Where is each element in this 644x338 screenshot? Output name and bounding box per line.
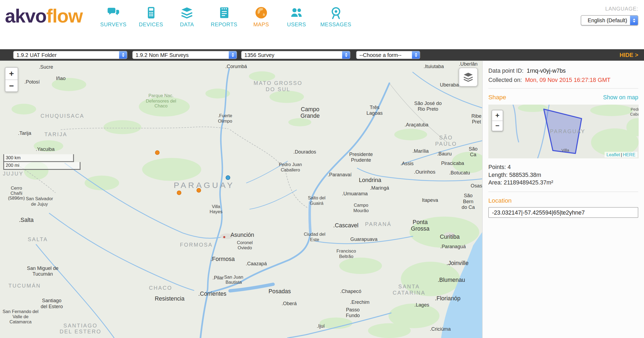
nav-item-surveys[interactable]: SURVEYS [100,5,127,27]
nav-item-label: DEVICES [139,21,163,28]
length-value: 588535.38m [509,171,541,178]
minimap-zoom-out-button[interactable]: − [492,121,503,131]
language-selected-value: English (Default) [581,17,630,24]
select-arrows-icon [630,15,638,25]
map-zoom-control: + − [5,67,18,92]
main-map[interactable]: .Sucre.PotosíIñaoCHUQUISACA.CorumbáMATO … [0,61,482,338]
datapoint-id-value: 1rnq-v0yj-w7bs [527,67,566,74]
divider [488,88,638,89]
layers-icon [462,71,474,83]
survey-select-value: 1356 Survey [242,52,342,58]
messages-icon [329,5,343,20]
nav-item-label: MESSAGES [320,21,351,28]
show-on-map-link[interactable]: Show on map [603,94,638,100]
area-row: Area:21189489425.37m² [488,179,638,187]
length-label: Length: [488,171,508,178]
surveys-icon [106,5,120,20]
nav-item-maps[interactable]: MAPS [250,5,273,27]
survey-group-select[interactable]: 1.9.2 Non MF Surveys [132,51,237,59]
select-arrows-icon [412,51,420,59]
map-attribution: Leaflet|HERE [604,152,637,157]
form-select[interactable]: --Choose a form-- [356,51,420,59]
devices-icon [144,5,158,20]
collected-on-label: Collected on: [488,77,522,83]
map-marker-selected[interactable] [226,175,230,180]
datapoint-details-panel: Data point ID: 1rnq-v0yj-w7bs Collected … [482,61,644,338]
map-terrain [0,61,482,338]
zoom-in-button[interactable]: + [5,68,18,80]
select-arrows-icon [229,51,237,59]
logo-akvo: akvo [5,5,46,27]
map-marker-orange[interactable] [177,190,181,195]
header: akvoflow SURVEYS DEVICES DATA [0,0,644,49]
reports-icon [217,5,231,20]
nav-item-label: MAPS [253,21,269,28]
survey-selection-toolbar: 1.9.2 UAT Folder 1.9.2 Non MF Surveys 13… [0,49,644,60]
nav-item-label: USERS [287,21,306,28]
here-link[interactable]: HERE [623,152,635,157]
survey-group-select-value: 1.9.2 Non MF Surveys [133,52,229,58]
language-label: LANGUAGE: [581,6,638,12]
scale-km: 300 km [3,154,74,162]
area-label: Area: [488,179,502,186]
location-value-box[interactable]: -23.032147|-57.425594|65|te2yhne7 [488,207,638,218]
scale-mi: 200 mi [3,162,80,170]
minimap-terrain [488,105,639,158]
language-block: LANGUAGE: English (Default) [581,6,638,25]
select-arrows-icon [119,51,127,59]
main-nav: SURVEYS DEVICES DATA REPORTS [100,5,351,27]
nav-item-label: REPORTS [211,21,237,28]
shape-section-header: Shape Show on map [488,94,638,101]
minimap-zoom-control: + − [492,110,503,131]
folder-select[interactable]: 1.9.2 UAT Folder [13,51,127,59]
nav-item-data[interactable]: DATA [175,5,198,27]
minimap-zoom-in-button[interactable]: + [492,110,503,121]
points-value: 4 [507,164,511,170]
logo-flow: flow [46,5,83,27]
location-title: Location [488,197,638,204]
language-select[interactable]: English (Default) [581,15,638,25]
area-value: 21189489425.37m² [504,179,553,186]
zoom-out-button[interactable]: − [5,79,18,91]
nav-item-label: DATA [180,21,194,28]
select-arrows-icon [342,51,350,59]
map-marker-orange[interactable] [197,188,201,193]
data-icon [180,5,194,20]
users-icon [289,5,303,20]
nav-item-label: SURVEYS [100,21,127,28]
datapoint-id-label: Data point ID: [488,67,524,74]
collected-on-value: Mon, 09 Nov 2015 16:27:18 GMT [525,77,610,83]
akvo-flow-dashboard: akvoflow SURVEYS DEVICES DATA [0,0,644,338]
points-row: Points:4 [488,163,638,171]
akvoflow-logo[interactable]: akvoflow [5,7,83,25]
datapoint-id-row: Data point ID: 1rnq-v0yj-w7bs [488,67,638,74]
collected-on-row: Collected on: Mon, 09 Nov 2015 16:27:18 … [488,77,638,83]
layers-control[interactable] [459,68,478,87]
map-scale: 300 km 200 mi [3,154,80,170]
nav-item-users[interactable]: USERS [285,5,308,27]
divider [488,192,638,192]
folder-select-value: 1.9.2 UAT Folder [14,52,119,58]
shape-stats: Points:4 Length:588535.38m Area:21189489… [488,163,638,187]
nav-item-reports[interactable]: REPORTS [211,5,237,27]
points-label: Points: [488,164,506,170]
maps-icon [254,5,268,20]
hide-panel-link[interactable]: HIDE > [620,52,638,58]
attribution-separator: | [621,152,622,157]
map-marker-orange[interactable] [155,150,160,155]
form-select-value: --Choose a form-- [356,52,412,58]
survey-select[interactable]: 1356 Survey [241,51,350,59]
nav-item-devices[interactable]: DEVICES [139,5,163,27]
nav-item-messages[interactable]: MESSAGES [320,5,351,27]
shape-minimap[interactable]: PARAGUAY .VillaPedr Caba + − Leaflet|HER… [488,105,639,158]
length-row: Length:588535.38m [488,171,638,179]
leaflet-link[interactable]: Leaflet [607,152,620,157]
shape-title: Shape [488,94,506,101]
